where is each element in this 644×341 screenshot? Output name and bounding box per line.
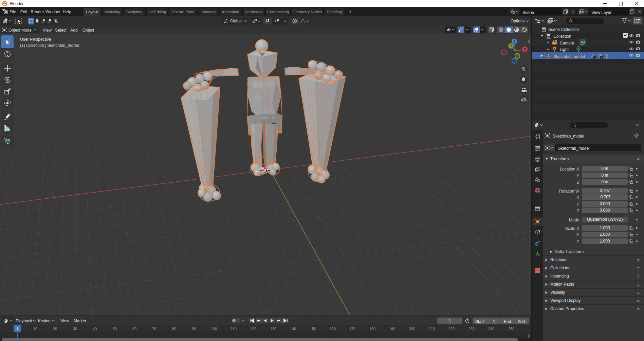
svg-text:2: 2 — [601, 56, 603, 59]
svg-text:Z: Z — [513, 40, 515, 43]
svg-text:Y: Y — [510, 44, 512, 48]
svg-text:X: X — [524, 48, 526, 51]
svg-text:2: 2 — [594, 56, 596, 59]
